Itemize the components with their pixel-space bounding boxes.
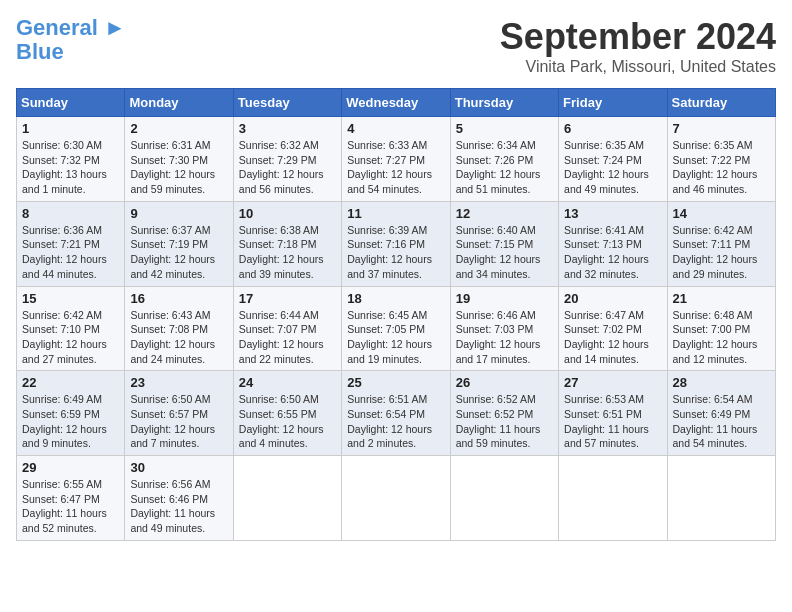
table-row: 6Sunrise: 6:35 AM Sunset: 7:24 PM Daylig… — [559, 117, 667, 202]
table-row: 20Sunrise: 6:47 AM Sunset: 7:02 PM Dayli… — [559, 286, 667, 371]
day-number: 5 — [456, 121, 553, 136]
day-info: Sunrise: 6:43 AM Sunset: 7:08 PM Dayligh… — [130, 308, 227, 367]
day-number: 17 — [239, 291, 336, 306]
day-number: 11 — [347, 206, 444, 221]
day-info: Sunrise: 6:42 AM Sunset: 7:11 PM Dayligh… — [673, 223, 770, 282]
day-info: Sunrise: 6:55 AM Sunset: 6:47 PM Dayligh… — [22, 477, 119, 536]
calendar-table: SundayMondayTuesdayWednesdayThursdayFrid… — [16, 88, 776, 541]
day-number: 1 — [22, 121, 119, 136]
table-row — [233, 456, 341, 541]
table-row: 2Sunrise: 6:31 AM Sunset: 7:30 PM Daylig… — [125, 117, 233, 202]
day-number: 4 — [347, 121, 444, 136]
table-row: 10Sunrise: 6:38 AM Sunset: 7:18 PM Dayli… — [233, 201, 341, 286]
day-number: 15 — [22, 291, 119, 306]
day-info: Sunrise: 6:47 AM Sunset: 7:02 PM Dayligh… — [564, 308, 661, 367]
day-info: Sunrise: 6:44 AM Sunset: 7:07 PM Dayligh… — [239, 308, 336, 367]
table-row: 19Sunrise: 6:46 AM Sunset: 7:03 PM Dayli… — [450, 286, 558, 371]
day-number: 3 — [239, 121, 336, 136]
day-number: 21 — [673, 291, 770, 306]
day-info: Sunrise: 6:35 AM Sunset: 7:22 PM Dayligh… — [673, 138, 770, 197]
column-header-thursday: Thursday — [450, 89, 558, 117]
day-info: Sunrise: 6:46 AM Sunset: 7:03 PM Dayligh… — [456, 308, 553, 367]
column-header-tuesday: Tuesday — [233, 89, 341, 117]
day-info: Sunrise: 6:36 AM Sunset: 7:21 PM Dayligh… — [22, 223, 119, 282]
table-row: 1Sunrise: 6:30 AM Sunset: 7:32 PM Daylig… — [17, 117, 125, 202]
day-info: Sunrise: 6:31 AM Sunset: 7:30 PM Dayligh… — [130, 138, 227, 197]
day-info: Sunrise: 6:49 AM Sunset: 6:59 PM Dayligh… — [22, 392, 119, 451]
table-row: 3Sunrise: 6:32 AM Sunset: 7:29 PM Daylig… — [233, 117, 341, 202]
day-number: 2 — [130, 121, 227, 136]
day-info: Sunrise: 6:45 AM Sunset: 7:05 PM Dayligh… — [347, 308, 444, 367]
day-info: Sunrise: 6:42 AM Sunset: 7:10 PM Dayligh… — [22, 308, 119, 367]
table-row — [450, 456, 558, 541]
day-number: 30 — [130, 460, 227, 475]
table-row: 23Sunrise: 6:50 AM Sunset: 6:57 PM Dayli… — [125, 371, 233, 456]
day-info: Sunrise: 6:35 AM Sunset: 7:24 PM Dayligh… — [564, 138, 661, 197]
day-number: 19 — [456, 291, 553, 306]
table-row: 27Sunrise: 6:53 AM Sunset: 6:51 PM Dayli… — [559, 371, 667, 456]
day-info: Sunrise: 6:54 AM Sunset: 6:49 PM Dayligh… — [673, 392, 770, 451]
day-number: 22 — [22, 375, 119, 390]
calendar-week-1: 1Sunrise: 6:30 AM Sunset: 7:32 PM Daylig… — [17, 117, 776, 202]
table-row: 4Sunrise: 6:33 AM Sunset: 7:27 PM Daylig… — [342, 117, 450, 202]
day-number: 7 — [673, 121, 770, 136]
calendar-body: 1Sunrise: 6:30 AM Sunset: 7:32 PM Daylig… — [17, 117, 776, 541]
day-number: 9 — [130, 206, 227, 221]
day-info: Sunrise: 6:48 AM Sunset: 7:00 PM Dayligh… — [673, 308, 770, 367]
day-info: Sunrise: 6:53 AM Sunset: 6:51 PM Dayligh… — [564, 392, 661, 451]
title-block: September 2024 Vinita Park, Missouri, Un… — [500, 16, 776, 76]
day-number: 12 — [456, 206, 553, 221]
day-info: Sunrise: 6:38 AM Sunset: 7:18 PM Dayligh… — [239, 223, 336, 282]
calendar-week-2: 8Sunrise: 6:36 AM Sunset: 7:21 PM Daylig… — [17, 201, 776, 286]
table-row: 21Sunrise: 6:48 AM Sunset: 7:00 PM Dayli… — [667, 286, 775, 371]
table-row: 8Sunrise: 6:36 AM Sunset: 7:21 PM Daylig… — [17, 201, 125, 286]
day-number: 20 — [564, 291, 661, 306]
logo-text: General ► — [16, 16, 126, 40]
column-header-friday: Friday — [559, 89, 667, 117]
table-row: 5Sunrise: 6:34 AM Sunset: 7:26 PM Daylig… — [450, 117, 558, 202]
day-number: 28 — [673, 375, 770, 390]
day-number: 23 — [130, 375, 227, 390]
day-number: 27 — [564, 375, 661, 390]
day-number: 24 — [239, 375, 336, 390]
table-row: 28Sunrise: 6:54 AM Sunset: 6:49 PM Dayli… — [667, 371, 775, 456]
page-subtitle: Vinita Park, Missouri, United States — [500, 58, 776, 76]
day-number: 8 — [22, 206, 119, 221]
day-info: Sunrise: 6:30 AM Sunset: 7:32 PM Dayligh… — [22, 138, 119, 197]
table-row — [559, 456, 667, 541]
column-header-wednesday: Wednesday — [342, 89, 450, 117]
day-info: Sunrise: 6:50 AM Sunset: 6:55 PM Dayligh… — [239, 392, 336, 451]
table-row: 11Sunrise: 6:39 AM Sunset: 7:16 PM Dayli… — [342, 201, 450, 286]
day-info: Sunrise: 6:32 AM Sunset: 7:29 PM Dayligh… — [239, 138, 336, 197]
table-row: 24Sunrise: 6:50 AM Sunset: 6:55 PM Dayli… — [233, 371, 341, 456]
table-row — [667, 456, 775, 541]
day-info: Sunrise: 6:56 AM Sunset: 6:46 PM Dayligh… — [130, 477, 227, 536]
day-info: Sunrise: 6:34 AM Sunset: 7:26 PM Dayligh… — [456, 138, 553, 197]
day-info: Sunrise: 6:37 AM Sunset: 7:19 PM Dayligh… — [130, 223, 227, 282]
table-row: 26Sunrise: 6:52 AM Sunset: 6:52 PM Dayli… — [450, 371, 558, 456]
table-row: 30Sunrise: 6:56 AM Sunset: 6:46 PM Dayli… — [125, 456, 233, 541]
table-row: 22Sunrise: 6:49 AM Sunset: 6:59 PM Dayli… — [17, 371, 125, 456]
day-info: Sunrise: 6:50 AM Sunset: 6:57 PM Dayligh… — [130, 392, 227, 451]
day-number: 16 — [130, 291, 227, 306]
logo-blue: Blue — [16, 39, 64, 64]
day-number: 6 — [564, 121, 661, 136]
column-header-monday: Monday — [125, 89, 233, 117]
table-row — [342, 456, 450, 541]
table-row: 12Sunrise: 6:40 AM Sunset: 7:15 PM Dayli… — [450, 201, 558, 286]
day-info: Sunrise: 6:40 AM Sunset: 7:15 PM Dayligh… — [456, 223, 553, 282]
table-row: 13Sunrise: 6:41 AM Sunset: 7:13 PM Dayli… — [559, 201, 667, 286]
day-number: 10 — [239, 206, 336, 221]
calendar-header-row: SundayMondayTuesdayWednesdayThursdayFrid… — [17, 89, 776, 117]
calendar-week-3: 15Sunrise: 6:42 AM Sunset: 7:10 PM Dayli… — [17, 286, 776, 371]
day-number: 26 — [456, 375, 553, 390]
logo: General ► Blue — [16, 16, 126, 64]
day-info: Sunrise: 6:33 AM Sunset: 7:27 PM Dayligh… — [347, 138, 444, 197]
day-info: Sunrise: 6:52 AM Sunset: 6:52 PM Dayligh… — [456, 392, 553, 451]
day-number: 14 — [673, 206, 770, 221]
table-row: 9Sunrise: 6:37 AM Sunset: 7:19 PM Daylig… — [125, 201, 233, 286]
calendar-week-4: 22Sunrise: 6:49 AM Sunset: 6:59 PM Dayli… — [17, 371, 776, 456]
column-header-sunday: Sunday — [17, 89, 125, 117]
day-info: Sunrise: 6:51 AM Sunset: 6:54 PM Dayligh… — [347, 392, 444, 451]
day-info: Sunrise: 6:41 AM Sunset: 7:13 PM Dayligh… — [564, 223, 661, 282]
